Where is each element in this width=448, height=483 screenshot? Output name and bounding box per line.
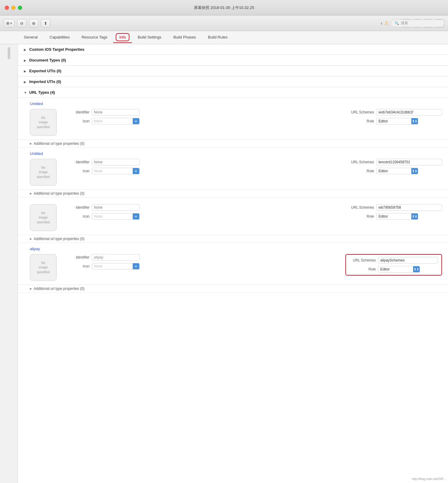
role-label-2: Role — [347, 214, 374, 219]
identifier-input-1[interactable] — [92, 159, 140, 165]
identifier-input-2[interactable] — [92, 204, 140, 211]
toolbar: ⊞ ▾ ⊖ ⊕ ⬆ ✏ ▾ ▭ ⊡ ‹ ⚠ 🔍 搜索 — [0, 16, 448, 31]
no-image-text-1: Noimagespecified — [37, 165, 50, 179]
role-label-0: Role — [347, 119, 374, 123]
icon-select-text-2: None — [92, 213, 133, 219]
section-url-types[interactable]: ▼ URL Types (4) — [18, 87, 448, 98]
zoom-in-icon: ⊕ — [32, 21, 35, 26]
icon-select-1[interactable]: None ▾ — [92, 168, 140, 174]
right-fields-3: URL Schemes Role Editor ⬆⬇ — [349, 257, 438, 273]
maximize-button[interactable] — [18, 6, 22, 10]
triangle-custom-ios: ▶ — [24, 48, 27, 51]
icon-select-text-3: None — [92, 263, 133, 269]
right-fields-2: URL Schemes Role Editor ⬆⬇ — [347, 204, 442, 220]
role-select-2[interactable]: Editor ⬆⬇ — [376, 213, 418, 220]
section-imported-utis[interactable]: ▶ Imported UTIs (0) — [18, 76, 448, 87]
identifier-input-0[interactable] — [92, 109, 140, 116]
identifier-row-3: Identifier — [69, 254, 339, 261]
identifier-label-2: Identifier — [69, 205, 89, 210]
url-type-row-1: Noimagespecified Identifier Icon None ▾ — [30, 159, 442, 186]
no-image-box-3: Noimagespecified — [30, 254, 57, 281]
right-fields-0: URL Schemes Role Editor ⬆⬇ — [347, 109, 442, 124]
url-schemes-row-3: URL Schemes — [349, 257, 438, 264]
url-schemes-label-2: URL Schemes — [347, 205, 374, 210]
url-type-item-3: alipay Noimagespecified Identifier Icon — [18, 243, 448, 285]
layout-icon: ⊞ — [6, 21, 9, 25]
url-schemes-row-1: URL Schemes — [347, 159, 442, 165]
zoom-out-button[interactable]: ⊖ — [17, 19, 27, 27]
close-button[interactable] — [5, 6, 9, 10]
icon-select-0[interactable]: None ▾ — [92, 118, 140, 124]
additional-triangle-0: ▶ — [30, 142, 32, 145]
icon-select-arrow-0: ▾ — [133, 118, 139, 124]
additional-row-0[interactable]: ▶ Additional url type properties (0) — [18, 140, 448, 148]
icon-select-arrow-2: ▾ — [133, 213, 139, 220]
role-select-arrow-3: ⬆⬇ — [413, 266, 420, 273]
section-custom-ios[interactable]: ▶ Custom iOS Target Properties — [18, 44, 448, 55]
triangle-exported-utis: ▶ — [24, 70, 27, 73]
collapse-icon[interactable]: ‹ — [381, 21, 382, 26]
url-schemes-input-1[interactable] — [376, 159, 442, 165]
search-box[interactable]: 🔍 搜索 — [391, 19, 444, 27]
role-select-text-2: Editor — [377, 213, 411, 219]
icon-select-arrow-3: ▾ — [133, 263, 139, 270]
icon-row-2: Icon None ▾ — [69, 213, 341, 220]
triangle-document-types: ▶ — [24, 59, 27, 62]
tab-build-rules[interactable]: Build Rules — [202, 32, 234, 43]
titlebar: 屏幕快照 2018-01-30 上午10.32.25 — [0, 0, 448, 16]
highlighted-right-fields-3: URL Schemes Role Editor ⬆⬇ — [345, 254, 442, 276]
url-schemes-input-0[interactable] — [376, 109, 442, 116]
form-fields-1: Identifier Icon None ▾ — [69, 159, 341, 174]
no-image-box-1: Noimagespecified — [30, 159, 57, 186]
url-schemes-label-0: URL Schemes — [347, 110, 374, 114]
icon-row-1: Icon None ▾ — [69, 168, 341, 174]
icon-select-arrow-1: ▾ — [133, 168, 139, 174]
tab-bar: General Capabilities Resource Tags Info … — [0, 31, 448, 44]
minimize-button[interactable] — [11, 6, 16, 10]
window-title: 屏幕快照 2018-01-30 上午10.32.25 — [194, 5, 254, 10]
role-select-text-1: Editor — [377, 168, 411, 174]
role-select-1[interactable]: Editor ⬆⬇ — [376, 168, 418, 174]
tab-build-settings[interactable]: Build Settings — [132, 32, 168, 43]
role-select-arrow-2: ⬆⬇ — [411, 213, 418, 220]
role-select-text-0: Editor — [377, 118, 411, 124]
zoom-in-button[interactable]: ⊕ — [29, 19, 38, 27]
section-exported-utis[interactable]: ▶ Exported UTIs (0) — [18, 66, 448, 76]
role-select-arrow-0: ⬆⬇ — [411, 118, 418, 124]
tab-resource-tags[interactable]: Resource Tags — [75, 32, 113, 43]
identifier-row-1: Identifier — [69, 159, 341, 165]
icon-row-3: Icon None ▾ — [69, 263, 339, 270]
role-select-0[interactable]: Editor ⬆⬇ — [376, 118, 418, 124]
additional-row-1[interactable]: ▶ Additional url type properties (0) — [18, 190, 448, 198]
section-imported-utis-title: Imported UTIs (0) — [29, 79, 61, 84]
no-image-text-0: Noimagespecified — [37, 116, 50, 129]
sidebar-scrollbar[interactable] — [8, 47, 10, 59]
role-label-3: Role — [349, 267, 376, 271]
identifier-label-3: Identifier — [69, 255, 89, 259]
url-schemes-input-2[interactable] — [376, 204, 442, 211]
url-type-name-1: Untitled — [30, 151, 442, 156]
icon-select-2[interactable]: None ▾ — [92, 213, 140, 220]
additional-row-3[interactable]: ▶ Additional url type properties (0) — [18, 285, 448, 293]
url-type-name-0: Untitled — [30, 101, 442, 106]
role-row-0: Role Editor ⬆⬇ — [347, 118, 442, 124]
identifier-input-3[interactable] — [92, 254, 140, 261]
share-button[interactable]: ⬆ — [41, 19, 50, 27]
layout-button[interactable]: ⊞ ▾ — [4, 19, 15, 27]
section-document-types[interactable]: ▶ Document Types (0) — [18, 55, 448, 66]
role-select-3[interactable]: Editor ⬆⬇ — [378, 266, 420, 273]
tab-capabilities[interactable]: Capabilities — [44, 32, 75, 43]
tab-build-phases[interactable]: Build Phases — [167, 32, 202, 43]
role-row-3: Role Editor ⬆⬇ — [349, 266, 438, 273]
url-schemes-label-3: URL Schemes — [349, 258, 376, 262]
tab-general[interactable]: General — [18, 32, 44, 43]
no-image-text-2: Noimagespecified — [37, 211, 50, 224]
tab-info[interactable]: Info — [113, 32, 132, 43]
additional-text-0: Additional url type properties (0) — [34, 141, 84, 146]
icon-select-3[interactable]: None ▾ — [92, 263, 140, 270]
additional-triangle-3: ▶ — [30, 287, 32, 290]
role-row-2: Role Editor ⬆⬇ — [347, 213, 442, 220]
url-type-row-2: Noimagespecified Identifier Icon None ▾ — [30, 204, 442, 231]
additional-row-2[interactable]: ▶ Additional url type properties (0) — [18, 235, 448, 243]
url-schemes-input-3[interactable] — [378, 257, 438, 264]
